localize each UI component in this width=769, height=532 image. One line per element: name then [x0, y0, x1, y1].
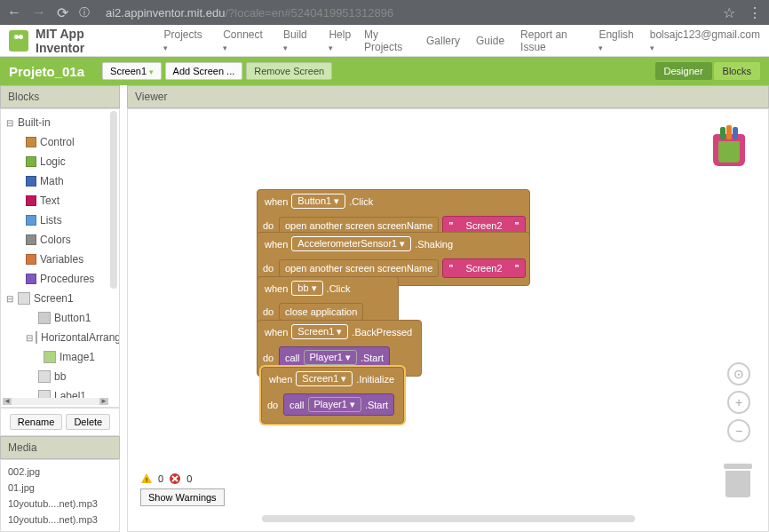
tree-math[interactable]: Math [1, 171, 119, 191]
blocks-panel-header: Blocks [0, 85, 120, 108]
svg-text:!: ! [146, 476, 147, 484]
tree-builtin[interactable]: ⊟Built-in [1, 113, 119, 132]
warning-icon: ! [140, 472, 153, 485]
tree-procedures[interactable]: Procedures [1, 269, 119, 289]
error-count: 0 [186, 473, 192, 484]
tree-image1[interactable]: Image1 [1, 347, 119, 367]
blocks-canvas[interactable]: whenButton1 ▾.Click open another screen … [127, 108, 769, 532]
tree-colors[interactable]: Colors [1, 230, 119, 250]
menu-icon[interactable]: ⋮ [748, 4, 762, 21]
tree-control[interactable]: Control [1, 132, 119, 152]
svg-rect-2 [733, 127, 738, 139]
app-logo-icon [9, 30, 28, 52]
canvas-hscroll[interactable] [262, 515, 635, 522]
menu-help[interactable]: Help [320, 28, 364, 53]
sidebar-scrollbar[interactable] [110, 111, 117, 289]
link-language[interactable]: English [599, 28, 633, 53]
show-warnings-button[interactable]: Show Warnings [140, 488, 225, 506]
media-item[interactable]: 002.jpg [8, 464, 112, 480]
viewer-header: Viewer [127, 85, 769, 108]
warning-count: 0 [158, 473, 163, 484]
browser-toolbar: ← → ⟳ ⓘ ai2.appinventor.mit.edu/?locale=… [0, 0, 769, 25]
menu-projects[interactable]: Projects [155, 28, 214, 53]
link-my-projects[interactable]: My Projects [364, 28, 410, 53]
screen-selector[interactable]: Screen1 [102, 62, 162, 80]
url-bar[interactable]: ai2.appinventor.mit.edu/?locale=en#52404… [100, 6, 712, 20]
menu-connect[interactable]: Connect [214, 28, 274, 53]
blocks-tree: ⊟Built-in Control Logic Math Text Lists … [0, 108, 120, 408]
designer-button[interactable]: Designer [655, 62, 712, 80]
app-header: MIT App Inventor Projects Connect Build … [0, 25, 769, 57]
media-item[interactable]: 10youtub....net).mp3 [8, 512, 112, 528]
media-list: 002.jpg 01.jpg 10youtub....net).mp3 10yo… [0, 459, 120, 532]
sidebar: Blocks ⊟Built-in Control Logic Math Text… [0, 85, 120, 532]
tree-text[interactable]: Text [1, 191, 119, 210]
menu-build[interactable]: Build [274, 28, 320, 53]
warnings-area: ! 0 0 Show Warnings [140, 472, 225, 506]
link-gallery[interactable]: Gallery [426, 35, 460, 47]
star-icon[interactable]: ☆ [723, 4, 735, 21]
title-bar: Projeto_01a Screen1 Add Screen ... Remov… [0, 57, 769, 85]
app-title: MIT App Inventor [36, 27, 128, 55]
tree-logic[interactable]: Logic [1, 152, 119, 171]
link-account[interactable]: bolsajc123@gmail.com [650, 28, 760, 53]
media-panel-header: Media [0, 436, 120, 459]
forward-icon[interactable]: → [32, 4, 46, 20]
block-screen1-initialize[interactable]: whenScreen1 ▾.Initialize callPlayer1 ▾.S… [261, 367, 404, 424]
tree-ha1[interactable]: ⊟HorizontalArrangemer [1, 328, 119, 347]
zoom-out-button[interactable]: − [727, 419, 750, 442]
media-item[interactable]: 01.jpg [8, 480, 112, 496]
svg-rect-1 [726, 125, 732, 139]
tree-button1[interactable]: Button1 [1, 308, 119, 328]
media-item[interactable]: 10youtub....net).mp3 [8, 496, 112, 512]
remove-screen-button[interactable]: Remove Screen [246, 62, 332, 80]
zoom-in-button[interactable]: + [727, 391, 750, 414]
svg-rect-0 [720, 127, 725, 139]
link-report[interactable]: Report an Issue [520, 28, 583, 53]
project-name: Projeto_01a [9, 64, 84, 79]
delete-button[interactable]: Delete [66, 414, 110, 430]
tree-bb[interactable]: bb [1, 367, 119, 386]
rename-button[interactable]: Rename [10, 414, 63, 430]
back-icon[interactable]: ← [7, 4, 21, 20]
error-icon [169, 472, 181, 485]
center-button[interactable]: ⊙ [727, 362, 750, 385]
tree-screen1[interactable]: ⊟Screen1 [1, 289, 119, 308]
sidebar-hscroll[interactable]: ◄► [3, 398, 108, 405]
tree-ha2[interactable]: ⊞HorizontalArrangemer [1, 406, 119, 408]
reload-icon[interactable]: ⟳ [57, 4, 68, 21]
tree-lists[interactable]: Lists [1, 210, 119, 230]
trash-icon[interactable] [724, 464, 752, 499]
link-guide[interactable]: Guide [476, 35, 504, 47]
add-screen-button[interactable]: Add Screen ... [165, 62, 243, 80]
tree-variables[interactable]: Variables [1, 250, 119, 269]
blocks-button[interactable]: Blocks [714, 62, 760, 80]
backpack-icon[interactable] [708, 122, 750, 168]
